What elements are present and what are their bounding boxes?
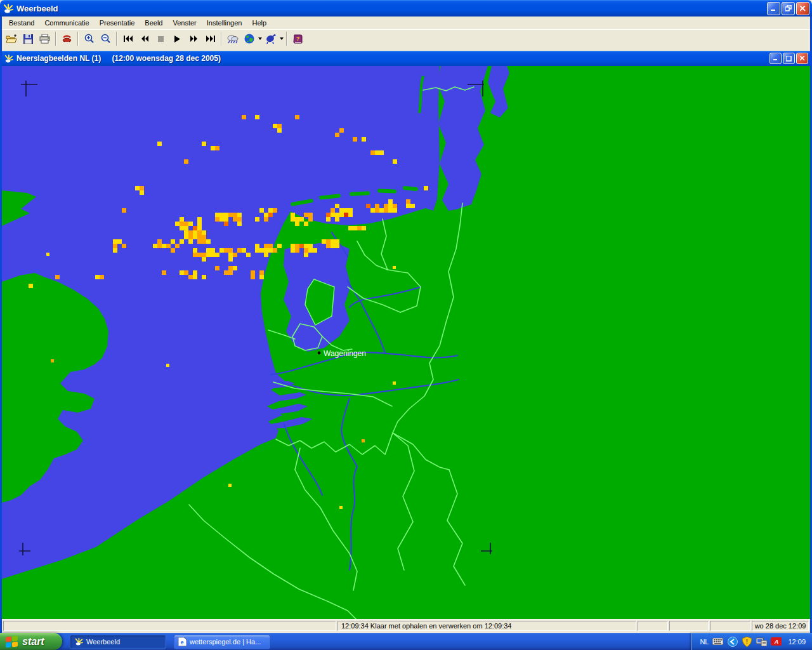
tray-clock: 12:09 <box>788 638 806 646</box>
windows-flag-icon <box>6 636 18 647</box>
menu-instellingen[interactable]: Instellingen <box>202 17 247 29</box>
task-label: Weerbeeld <box>86 638 120 646</box>
radar-close-button[interactable] <box>796 53 808 64</box>
toolbar-separator <box>55 32 56 46</box>
zoom-out-icon[interactable] <box>98 31 114 46</box>
globe-icon[interactable] <box>241 31 257 46</box>
go-first-icon[interactable] <box>120 31 136 46</box>
close-button[interactable] <box>796 2 809 15</box>
status-message: 12:09:34 Klaar met ophalen en verwerken … <box>337 621 636 631</box>
globe-dropdown-icon[interactable] <box>258 37 262 40</box>
radar-maximize-button[interactable] <box>783 53 795 64</box>
menu-help[interactable]: Help <box>247 17 272 29</box>
toolbar-separator <box>221 32 222 46</box>
radar-window-title-text: Neerslagbeelden NL (1) <box>16 54 101 63</box>
radar-minimize-button[interactable] <box>769 53 782 64</box>
satellite-dish-icon[interactable] <box>263 31 278 46</box>
wageningen-label: Wageningen <box>324 349 366 358</box>
minimize-button[interactable] <box>767 2 780 15</box>
radar-window: Neerslagbeelden NL (1) (12:00 woensdag 2… <box>2 51 810 619</box>
satellite-dropdown-icon[interactable] <box>280 37 284 40</box>
app-icon <box>3 3 13 14</box>
status-panel-empty <box>3 621 336 631</box>
toolbar: ? <box>2 29 810 48</box>
phone-dialup-icon[interactable] <box>59 31 75 46</box>
status-date-clock: wo 28 dec 12:09 <box>752 621 809 631</box>
svg-text:A: A <box>774 639 779 645</box>
precipitation-map[interactable]: Wageningen <box>2 66 810 619</box>
task-label: wetterspiegel.de | Ha... <box>190 638 261 646</box>
task-weerbeeld[interactable]: Weerbeeld <box>70 635 166 649</box>
go-next-icon[interactable] <box>186 31 202 46</box>
removable-device-icon[interactable] <box>756 636 767 647</box>
task-wetterspiegel[interactable]: e wetterspiegel.de | Ha... <box>174 635 270 649</box>
radar-window-titlebar: Neerslagbeelden NL (1) (12:00 woensdag 2… <box>2 51 810 66</box>
app-title: Weerbeeld <box>16 4 767 13</box>
start-label: start <box>22 636 44 647</box>
status-bar: 12:09:34 Klaar met ophalen en verwerken … <box>2 619 810 633</box>
zoom-in-icon[interactable] <box>81 31 97 46</box>
radar-window-datetime: (12:00 woensdag 28 dec 2005) <box>112 54 221 63</box>
toolbar-separator <box>116 32 117 46</box>
messenger-circle-icon[interactable] <box>727 636 738 647</box>
weerbeeld-task-icon <box>74 637 83 646</box>
radar-window-title: Neerslagbeelden NL (1) (12:00 woensdag 2… <box>16 54 769 63</box>
tray-language[interactable]: NL <box>700 638 709 646</box>
radar-cloud-icon[interactable] <box>225 31 240 46</box>
svg-text:?: ? <box>296 36 300 42</box>
go-last-icon[interactable] <box>202 31 218 46</box>
toolbar-separator <box>77 32 79 46</box>
go-previous-icon[interactable] <box>136 31 152 46</box>
play-icon[interactable] <box>169 31 185 46</box>
svg-text:e: e <box>180 639 183 646</box>
desktop: Weerbeeld Bestand Communicatie Presentat… <box>0 0 812 650</box>
wageningen-marker <box>318 352 321 355</box>
status-panel-empty <box>638 621 668 631</box>
svg-text:!: ! <box>746 638 748 645</box>
status-panel-empty <box>710 621 750 631</box>
print-icon[interactable] <box>37 31 53 46</box>
security-shield-icon[interactable]: ! <box>742 636 752 647</box>
taskbar: start Weerbeeld e wetterspiegel.de | Ha.… <box>0 633 812 650</box>
help-book-icon[interactable]: ? <box>290 31 306 46</box>
menu-presentatie[interactable]: Presentatie <box>95 17 140 29</box>
app-titlebar: Weerbeeld <box>0 0 812 17</box>
ati-graphics-icon[interactable]: A <box>771 636 782 647</box>
open-folder-icon[interactable] <box>4 31 20 46</box>
menu-bar: Bestand Communicatie Presentatie Beeld V… <box>2 17 810 29</box>
menu-communicatie[interactable]: Communicatie <box>39 17 94 29</box>
browser-page-icon: e <box>178 637 187 646</box>
system-tray: NL ! A 12:09 <box>691 633 812 650</box>
app-body: Bestand Communicatie Presentatie Beeld V… <box>0 17 812 633</box>
toolbar-separator <box>286 32 287 46</box>
menu-beeld[interactable]: Beeld <box>140 17 167 29</box>
menu-bestand[interactable]: Bestand <box>4 17 39 29</box>
status-panel-empty <box>669 621 709 631</box>
restore-button[interactable] <box>782 2 795 15</box>
radar-window-icon <box>4 54 13 63</box>
menu-venster[interactable]: Venster <box>167 17 201 29</box>
start-button[interactable]: start <box>0 633 62 650</box>
stop-icon[interactable] <box>153 31 169 46</box>
save-icon[interactable] <box>20 31 36 46</box>
keyboard-icon[interactable] <box>712 636 723 647</box>
